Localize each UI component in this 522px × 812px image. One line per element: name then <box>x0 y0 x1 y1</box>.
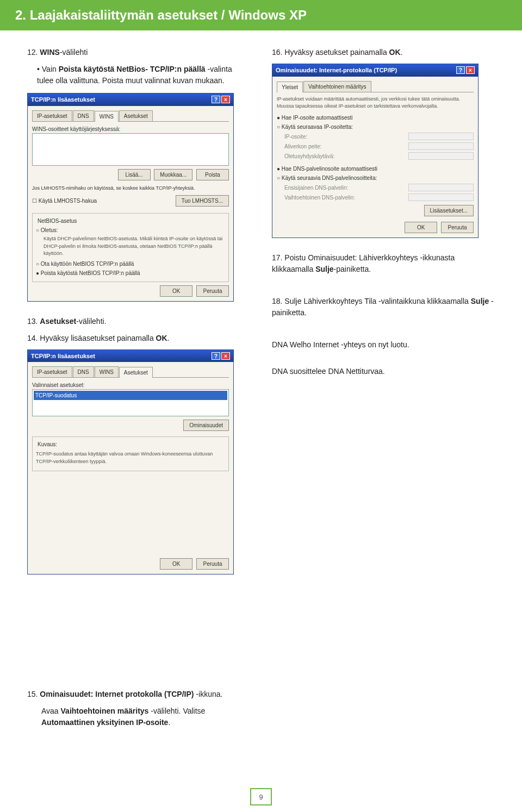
dialog-title: TCP/IP:n lisäasetukset <box>31 352 95 361</box>
netbios-group-label: NetBIOS-asetus <box>36 217 78 225</box>
step-18-a: Sulje Lähiverkkoyhteys Tila -valintaikku… <box>284 297 470 305</box>
step-label-bold: WINS <box>40 48 60 57</box>
tab-settings[interactable]: Asetukset <box>119 110 153 121</box>
page-number-text: 9 <box>259 793 263 801</box>
lmhosts-checkbox[interactable]: Käytä LMHOSTS-hakua <box>32 197 173 205</box>
ok-button[interactable]: OK <box>160 285 192 297</box>
tab-dns[interactable]: DNS <box>73 110 94 121</box>
dialog-title: TCP/IP:n lisäasetukset <box>31 95 95 104</box>
radio-enable-netbios[interactable]: Ota käyttöön NetBIOS TCP/IP:n päällä <box>36 260 225 268</box>
step-14-a: Hyväksy lisäasetukset painamalla <box>40 334 156 342</box>
tab-dns[interactable]: DNS <box>73 366 94 377</box>
step-13: 13. Asetukset-välilehti. <box>27 316 250 327</box>
radio-auto-dns[interactable]: Hae DNS-palvelinosoite automaattisesti <box>277 165 474 173</box>
titlebar: Ominaisuudet: Internet-protokolla (TCP/I… <box>272 64 478 77</box>
radio-manual-dns[interactable]: Käytä seuraavia DNS-palvelinosoitteita: <box>277 174 474 182</box>
step-number: 13. <box>27 317 38 326</box>
close-icon[interactable]: × <box>221 352 230 360</box>
help-icon[interactable]: ? <box>212 96 220 103</box>
tab-alternate[interactable]: Vaihtoehtoinen määritys <box>303 81 371 92</box>
radio-default-desc: Käytä DHCP-palvelimen NetBIOS-asetusta. … <box>44 235 225 258</box>
tab-settings[interactable]: Asetukset <box>119 367 153 378</box>
gateway-field <box>408 152 474 160</box>
intro-text: IP-asetukset voidaan määrittää automaatt… <box>277 96 474 110</box>
edit-button[interactable]: Muokkaa... <box>154 169 192 180</box>
desc-group-label: Kuvaus: <box>36 440 59 448</box>
step-16: 16. Hyväksy asetukset painamalla OK. <box>272 47 495 58</box>
tab-wins[interactable]: WINS <box>95 366 119 377</box>
radio-disable-netbios[interactable]: Poista käytöstä NetBIOS TCP/IP:n päällä <box>36 269 225 277</box>
import-button[interactable]: Tuo LMHOSTS... <box>176 195 229 207</box>
help-icon[interactable]: ? <box>212 352 220 360</box>
step-number: 14. <box>27 334 38 342</box>
cancel-button[interactable]: Peruuta <box>441 222 474 233</box>
step-17-c: -painiketta. <box>334 265 371 273</box>
bullet-text-b: Poista käytöstä NetBios- TCP/IP:n päällä <box>59 65 206 73</box>
step-14-c: . <box>167 334 170 342</box>
step-17-b: Sulje <box>315 265 333 273</box>
titlebar: TCP/IP:n lisäasetukset ? × <box>28 350 233 363</box>
ok-button[interactable]: OK <box>405 222 437 233</box>
mask-label: Aliverkon peite: <box>284 142 408 151</box>
optional-settings-label: Valinnaiset asetukset: <box>32 381 229 389</box>
advanced-button[interactable]: Lisäasetukset... <box>424 205 474 216</box>
header-title: 2. Laajakaistaliittymän asetukset / Wind… <box>15 8 307 22</box>
note-2: DNA suosittelee DNA Nettiturvaa. <box>272 366 495 377</box>
step-16-a: Hyväksy asetukset painamalla <box>284 48 389 57</box>
radio-default[interactable]: Oletus: <box>36 226 225 234</box>
tab-ip[interactable]: IP-asetukset <box>32 366 72 377</box>
txt-b: Automaattinen yksityinen IP-osoite <box>41 718 168 727</box>
wins-list-label: WINS-osoitteet käyttöjärjestyksessä: <box>32 125 229 133</box>
step-18: 18. Sulje Lähiverkkoyhteys Tila -valinta… <box>272 296 495 318</box>
note-1: DNA Welho Internet -yhteys on nyt luotu. <box>272 339 495 351</box>
close-icon[interactable]: × <box>466 66 475 74</box>
step-13-bold: Asetukset <box>40 317 76 326</box>
left-column: 12. WINS-välilehti Vain Poista käytöstä … <box>27 47 250 728</box>
step-number: 18. <box>272 297 282 305</box>
dialog-tcpip-advanced-settings: TCP/IP:n lisäasetukset ? × IP-asetukset … <box>27 349 234 575</box>
optional-listbox[interactable]: TCP/IP-suodatus <box>32 389 229 416</box>
add-button[interactable]: Lisää... <box>118 169 151 180</box>
cancel-button[interactable]: Peruuta <box>196 558 229 570</box>
bullet-text-a: Vain <box>42 65 59 73</box>
tab-ip[interactable]: IP-asetukset <box>32 110 72 121</box>
dialog-internet-protocol-properties: Ominaisuudet: Internet-protokolla (TCP/I… <box>272 64 478 238</box>
right-column: 16. Hyväksy asetukset painamalla OK. Omi… <box>272 47 495 728</box>
desc-text: TCP/IP-suodatus antaa käyttäjän valvoa o… <box>36 451 225 465</box>
radio-auto-ip[interactable]: Hae IP-osoite automaattisesti <box>277 114 474 122</box>
cancel-button[interactable]: Peruuta <box>196 285 229 297</box>
step-18-b: Sulje <box>471 297 489 305</box>
step-number: 15. <box>27 690 38 698</box>
step-15: 15. Ominaisuudet: Internet protokolla (T… <box>27 689 250 700</box>
step-16-c: . <box>401 48 403 57</box>
delete-button[interactable]: Poista <box>196 169 229 180</box>
txt: Avaa <box>41 707 61 715</box>
tab-wins[interactable]: WINS <box>95 111 119 122</box>
page-number: 9 <box>250 788 272 805</box>
step-number: 12. <box>27 48 38 57</box>
wins-listbox[interactable] <box>32 133 229 166</box>
step-14: 14. Hyväksy lisäasetukset painamalla OK. <box>27 333 250 344</box>
properties-button[interactable]: Ominaisuudet <box>183 420 229 431</box>
help-icon[interactable]: ? <box>456 66 465 74</box>
step-15-suffix: -ikkuna. <box>194 690 222 698</box>
gateway-label: Oletusyhdyskäytävä: <box>284 152 408 160</box>
step-12-bullet: Vain Poista käytöstä NetBios- TCP/IP:n p… <box>37 64 250 86</box>
titlebar: TCP/IP:n lisäasetukset ? × <box>28 93 233 106</box>
dialog-title: Ominaisuudet: Internet-protokolla (TCP/I… <box>276 66 397 75</box>
dns2-field <box>408 193 474 201</box>
page-header: 2. Laajakaistaliittymän asetukset / Wind… <box>0 0 522 30</box>
dns1-label: Ensisijainen DNS-palvelin: <box>284 184 408 192</box>
close-icon[interactable]: × <box>221 96 230 103</box>
step-label-suffix: -välilehti <box>60 48 88 57</box>
list-item[interactable]: TCP/IP-suodatus <box>34 391 227 400</box>
lmhosts-info: Jos LMHOSTS-nimihaku on käytössä, se kos… <box>32 185 229 192</box>
mask-field <box>408 142 474 150</box>
radio-manual-ip[interactable]: Käytä seuraavaa IP-osoitetta: <box>277 123 474 131</box>
txt: -välilehti. Valitse <box>148 707 205 715</box>
dns1-field <box>408 184 474 191</box>
step-number: 16. <box>272 48 282 57</box>
ip-field <box>408 133 474 140</box>
tab-general[interactable]: Yleiset <box>277 82 303 92</box>
ok-button[interactable]: OK <box>160 558 192 570</box>
